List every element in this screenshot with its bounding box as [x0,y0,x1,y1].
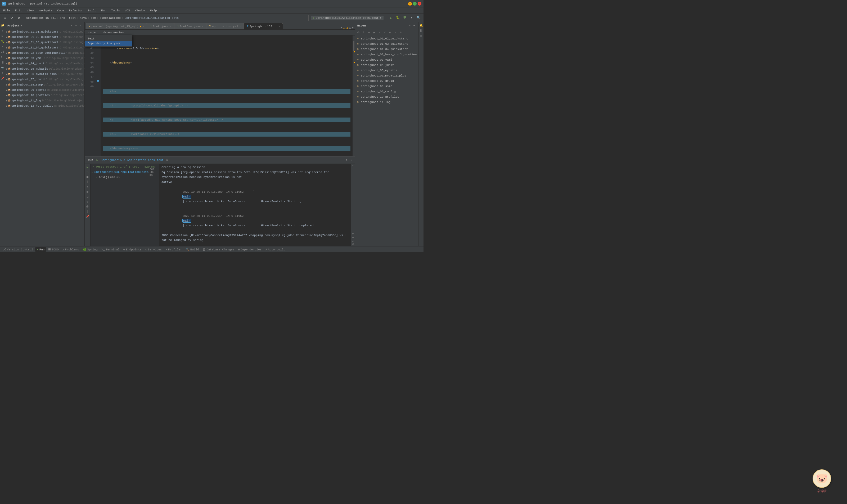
tool-run[interactable]: ▶ Run [35,247,46,252]
tab-springboot-tests[interactable]: T Springboot15S... ✕ [244,23,283,30]
terminal-icon[interactable]: >_ [1,55,5,59]
tab-bookdao-java[interactable]: J BookDao.java ✕ [174,23,206,30]
tree-item-springboot-01-02[interactable]: ▶ 📦 springboot_01_02_quickstart D:\DingJ… [5,34,85,40]
minimize-button[interactable]: — [408,2,412,5]
bc-com[interactable]: com [91,16,96,20]
settings-icon[interactable]: ⚙ [1,71,5,75]
sort-btn[interactable]: ⇅ [86,184,90,189]
project-settings-btn[interactable]: ⚙ [74,24,78,28]
test-method-item[interactable]: ✓ test() 820 ms [91,175,159,180]
tool-terminal[interactable]: >_ Terminal [100,248,121,252]
tree-item-springboot-06[interactable]: ▶ 📦 springboot_06_mybatis_plus D:\DingJi… [5,71,85,77]
tree-item-springboot-12[interactable]: ▶ 📦 springboot_12_hot_deploy D:\DingJiax… [5,103,85,109]
menu-navigate[interactable]: Navigate [36,8,55,13]
maven-add-btn[interactable]: + [361,30,366,35]
database-right-icon[interactable]: 🗄 [419,29,423,33]
history-btn[interactable]: ⏱ [86,204,90,209]
pin-btn[interactable]: 📌 [86,214,90,218]
maven-item-01-03[interactable]: m springboot_01_03_quickstart [355,41,418,47]
maven-collapse-btn[interactable]: ⇲ [393,30,398,35]
tab-close-btn[interactable]: ✕ [278,25,280,28]
output-wrap-btn[interactable]: ↵ [352,239,354,242]
maven-item-04[interactable]: m springboot_04_junit [355,62,418,68]
maven-skip-tests-btn[interactable]: ⊘ [377,30,382,35]
toolbar-sync[interactable]: ⟳ [9,15,15,21]
stop-btn[interactable]: ⏹ [86,175,90,179]
toolbar-settings[interactable]: ⚙ [16,15,22,21]
pin-icon[interactable]: 📌 [1,76,5,80]
maven-settings-btn-2[interactable]: ⚙ [398,30,403,35]
maven-run-btn[interactable]: ▶ [372,30,377,35]
bc-project[interactable]: springboot_15_sql [26,16,56,20]
tab-close-btn[interactable]: ✕ [239,25,241,28]
project-icon[interactable]: 📁 [1,23,5,28]
test-class-item[interactable]: ✓ Springboot15SqlApplicationTests com 28… [91,169,159,175]
menu-tools[interactable]: Tools [109,8,122,13]
debug-icon[interactable]: 🐛 [1,39,5,43]
maven-item-02[interactable]: m springboot_02_base_configuration [355,52,418,57]
tree-item-springboot-11[interactable]: ▶ 📦 springboot_11_log D:\DingJiaxiong\Id… [5,98,85,103]
popup-item-text[interactable]: Text [85,36,132,41]
tool-endpoints[interactable]: ⊕ Endpoints [122,247,143,252]
rerun-failed-btn[interactable]: ↻ [86,170,90,174]
tree-item-springboot-05[interactable]: ▶ 📦 springboot_05_mybatis D:\DingJiaxion… [5,66,85,71]
tool-build[interactable]: 🔨 Build [184,247,201,252]
tab-list-btn[interactable]: ▾ [340,26,342,30]
menu-edit[interactable]: Edit [13,8,24,13]
tree-item-springboot-07[interactable]: ▶ 📦 springboot_07_druid D:\DingJiaxiong\… [5,77,85,82]
close-button[interactable]: ✕ [418,2,421,5]
tree-item-springboot-04[interactable]: ▶ 📦 springboot_04_junit D:\DingJiaxiong\… [5,61,85,66]
debug-button[interactable]: 🐛 [395,15,401,21]
run-icon[interactable]: ▶ [1,34,5,38]
tree-item-springboot-01-03[interactable]: ▶ 📦 springboot_01_03_quickstart D:\DingJ… [5,40,85,45]
project-collapse-btn[interactable]: ⊞ [70,24,73,28]
profile-button[interactable]: ⚡ [409,15,415,21]
run-log-output[interactable]: Creating a new SqlSession SqlSession [or… [159,164,351,246]
close-right-icon[interactable]: ✕ [419,34,423,38]
maven-item-01-02[interactable]: m springboot_01_02_quickstart [355,36,418,41]
run-button[interactable]: ▶ [388,15,394,21]
panel-settings-btn[interactable]: ⚙ [344,158,348,162]
tool-database-changes[interactable]: 🗄 Database Changes [201,247,236,252]
tab-close-btn[interactable]: ✕ [142,25,144,28]
tool-spring[interactable]: 🌿 Spring [81,247,99,252]
maven-show-deps-btn[interactable]: ⊞ [388,30,393,35]
menu-vcs[interactable]: VCS [123,8,132,13]
scroll-top-btn[interactable]: ▲ [352,164,354,167]
menu-view[interactable]: View [24,8,36,13]
tool-problems[interactable]: ⚠ Problems [61,247,80,252]
tab-application-yml[interactable]: Y application.yml ✕ [206,23,244,30]
run-with-coverage[interactable]: ⛊ [402,15,408,21]
bc-test[interactable]: test [69,16,76,20]
maven-generate-btn[interactable]: ⚡ [382,30,387,35]
print-btn[interactable]: ⎙ [352,243,354,246]
tab-close-btn[interactable]: ✕ [170,25,171,28]
maven-refresh-btn[interactable]: ⟳ [356,30,361,35]
maven-item-03[interactable]: m springboot_03_yaml [355,57,418,62]
maven-item-06[interactable]: m springboot_06_mybatis_plus [355,73,418,78]
close-run-icon[interactable]: ✕ [166,159,168,162]
git-icon[interactable]: ⎇ [1,50,5,54]
maven-item-08[interactable]: m springboot_08_ssmp [355,84,418,89]
maven-remove-btn[interactable]: — [366,30,371,35]
bc-src[interactable]: src [60,16,65,20]
camera-icon[interactable]: 📷 [1,66,5,70]
project-gear-btn[interactable]: ≡ [78,24,82,28]
menu-code[interactable]: Code [55,8,66,13]
code-content[interactable]: <version>3.5.2</version> </dependency> <… [101,35,353,156]
tool-profiler[interactable]: ⚡ Profiler [164,247,183,252]
maven-minimize-btn[interactable]: — [412,24,416,28]
tool-auto-build[interactable]: ⚡ Auto-build [264,247,287,252]
menu-help[interactable]: Help [148,8,159,13]
run-session-tab[interactable]: ▶ Springboot15SqlApplicationTests.test ✕ [95,158,169,162]
tab-pom-xml[interactable]: X pom.xml (springboot_15_sql) ● ✕ [86,23,147,30]
tree-item-springboot-10[interactable]: ▶ 📦 springboot_10_profiles D:\DingJiaxio… [5,93,85,98]
menu-refactor[interactable]: Refactor [67,8,85,13]
profiler-icon[interactable]: ⚡ [1,44,5,49]
tree-item-springboot-02[interactable]: ▶ 📦 springboot_02_base_configuration D:\… [5,50,85,56]
tool-services[interactable]: ⚙ Services [144,247,163,252]
bc-java[interactable]: java [80,16,87,20]
bc-project-item[interactable]: project [87,31,99,34]
expand-btn[interactable]: ⇲ [86,195,90,199]
maven-item-10[interactable]: m springboot_10_profiles [355,94,418,100]
